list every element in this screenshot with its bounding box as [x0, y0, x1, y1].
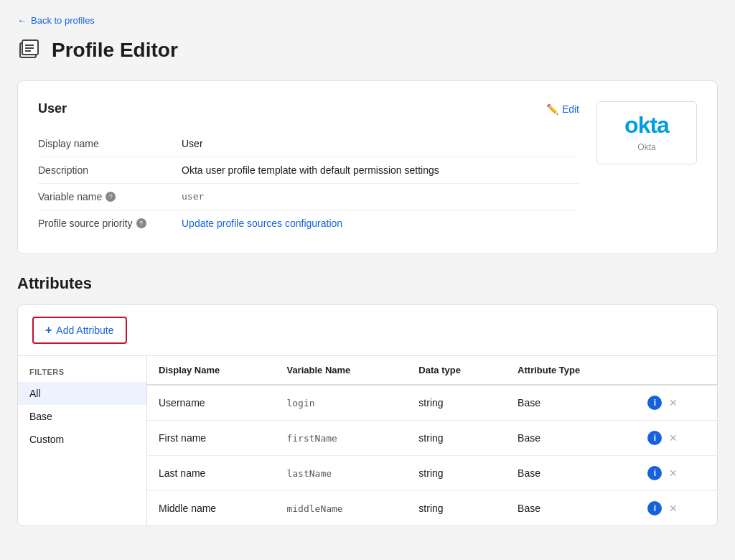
info-row-profile-priority: Profile source priority ? Update profile… [38, 210, 579, 236]
okta-logo-box: okta Okta [596, 101, 697, 164]
profile-priority-help-icon[interactable]: ? [136, 218, 146, 228]
back-link-label: Back to profiles [31, 15, 95, 26]
table-row: First name firstName string Base i ✕ [147, 421, 717, 456]
page-title: Profile Editor [52, 39, 178, 62]
profile-card: User ✏️ Edit Display name User Descripti… [17, 80, 718, 254]
info-row-description: Description Okta user profile template w… [38, 157, 579, 184]
back-link[interactable]: ← Back to profiles [17, 15, 95, 26]
label-variable-name: Variable name ? [38, 191, 182, 202]
value-profile-priority[interactable]: Update profile sources configuration [182, 218, 342, 229]
page-title-row: Profile Editor [17, 37, 718, 63]
info-row-display-name: Display name User [38, 131, 579, 157]
cell-data-type: string [407, 421, 506, 456]
pencil-icon: ✏️ [546, 103, 558, 115]
cell-display-name: Middle name [147, 491, 275, 526]
cell-display-name: First name [147, 421, 275, 456]
value-description: Okta user profile template with default … [182, 164, 439, 176]
filters-label: FILTERS [18, 368, 146, 382]
card-header: User ✏️ Edit [38, 101, 579, 116]
table-row: Last name lastName string Base i ✕ [147, 456, 717, 491]
row-actions: i ✕ [647, 431, 706, 445]
label-description: Description [38, 164, 182, 176]
okta-logo-sub: Okta [637, 142, 655, 152]
table-row: Middle name middleName string Base i ✕ [147, 491, 717, 526]
col-header-display-name: Display Name [147, 356, 275, 385]
cell-actions: i ✕ [636, 421, 717, 456]
info-icon[interactable]: i [647, 466, 662, 480]
row-actions: i ✕ [647, 396, 706, 410]
cell-variable-name: middleName [275, 491, 407, 526]
info-icon[interactable]: i [647, 396, 662, 410]
cell-variable-name: lastName [275, 456, 407, 491]
filter-item-base[interactable]: Base [18, 405, 146, 428]
cell-data-type: string [407, 385, 506, 421]
page-wrapper: ← Back to profiles Profile Editor User ✏… [0, 0, 735, 560]
info-icon[interactable]: i [647, 501, 662, 515]
table-row: Username login string Base i ✕ [147, 385, 717, 421]
filter-item-custom[interactable]: Custom [18, 428, 146, 451]
okta-logo-text: okta [624, 113, 669, 136]
edit-label: Edit [562, 103, 579, 115]
back-arrow-icon: ← [17, 15, 27, 26]
cell-attribute-type: Base [506, 491, 636, 526]
row-actions: i ✕ [647, 501, 706, 515]
label-display-name: Display name [38, 138, 182, 149]
cell-display-name: Username [147, 385, 275, 421]
col-header-data-type: Data type [407, 356, 506, 385]
cell-data-type: string [407, 491, 506, 526]
info-row-variable-name: Variable name ? user [38, 184, 579, 210]
row-actions: i ✕ [647, 466, 706, 480]
cell-actions: i ✕ [636, 491, 717, 526]
delete-icon[interactable]: ✕ [669, 503, 678, 514]
filter-item-all[interactable]: All [18, 382, 146, 405]
attributes-section-title: Attributes [17, 274, 718, 293]
plus-icon: + [45, 324, 52, 337]
cell-variable-name: login [275, 385, 407, 421]
card-main: User ✏️ Edit Display name User Descripti… [38, 101, 579, 236]
label-profile-priority: Profile source priority ? [38, 218, 182, 229]
delete-icon[interactable]: ✕ [669, 397, 678, 409]
cell-attribute-type: Base [506, 385, 636, 421]
delete-icon[interactable]: ✕ [669, 467, 678, 479]
cell-display-name: Last name [147, 456, 275, 491]
add-attribute-button[interactable]: + Add Attribute [32, 317, 127, 344]
col-header-variable-name: Variable Name [275, 356, 407, 385]
attr-body: FILTERS All Base Custom Display Name Var… [18, 356, 717, 526]
add-attr-bar: + Add Attribute [18, 305, 717, 356]
add-attribute-label: Add Attribute [56, 325, 113, 336]
cell-attribute-type: Base [506, 421, 636, 456]
col-header-actions [636, 356, 717, 385]
value-display-name: User [182, 138, 203, 149]
card-title: User [38, 101, 67, 116]
cell-attribute-type: Base [506, 456, 636, 491]
table-header: Display Name Variable Name Data type Att… [147, 356, 717, 385]
card-inner: User ✏️ Edit Display name User Descripti… [38, 101, 697, 236]
cell-data-type: string [407, 456, 506, 491]
table-body: Username login string Base i ✕ First nam… [147, 385, 717, 526]
cell-variable-name: firstName [275, 421, 407, 456]
cell-actions: i ✕ [636, 385, 717, 421]
edit-button[interactable]: ✏️ Edit [546, 103, 579, 115]
attributes-table: Display Name Variable Name Data type Att… [147, 356, 717, 526]
card-sidebar: okta Okta [596, 101, 697, 236]
attr-table: Display Name Variable Name Data type Att… [147, 356, 717, 526]
info-icon[interactable]: i [647, 431, 662, 445]
value-variable-name: user [182, 191, 204, 202]
col-header-attribute-type: Attribute Type [506, 356, 636, 385]
profile-editor-icon [17, 37, 43, 63]
attributes-section: + Add Attribute FILTERS All Base Custom … [17, 304, 718, 526]
cell-actions: i ✕ [636, 456, 717, 491]
filters-sidebar: FILTERS All Base Custom [18, 356, 147, 526]
delete-icon[interactable]: ✕ [669, 432, 678, 444]
variable-name-help-icon[interactable]: ? [106, 192, 116, 202]
